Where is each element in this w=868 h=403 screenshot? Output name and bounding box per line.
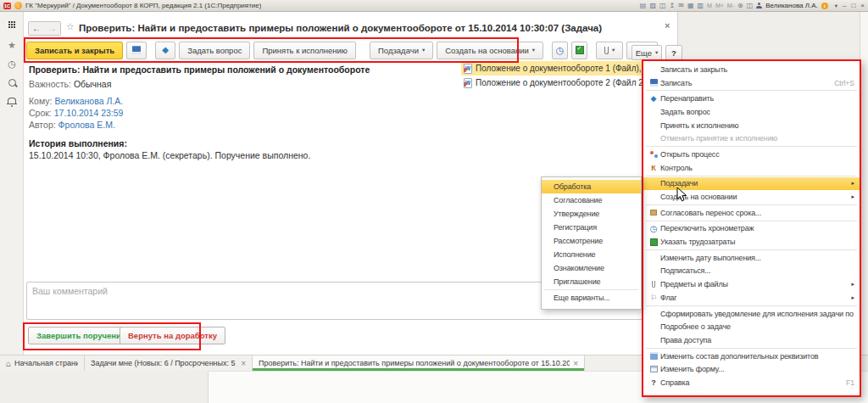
more-menu: Записать и закрытьЗаписатьCtrl+SПеренапр… <box>642 59 861 397</box>
attachments-dropdown[interactable]: ▾ <box>596 42 623 59</box>
menu-item[interactable]: Задать вопрос <box>643 105 860 119</box>
menu-item[interactable]: Регистрация <box>542 221 641 234</box>
menu-item[interactable]: Подзадачи▸ <box>643 177 860 191</box>
tab[interactable]: Задачи мне (Новых: 6 / Просроченных: 5 /… <box>85 355 253 371</box>
help-button[interactable]: ? <box>665 45 682 60</box>
menu-item[interactable]: Контроль <box>643 161 860 175</box>
menu-item[interactable]: Принять к исполнению <box>643 119 860 132</box>
zoom-normal-button[interactable]: M <box>707 3 712 8</box>
menu-item[interactable]: Обработка <box>542 180 641 193</box>
chronometry-button[interactable]: ◷ <box>552 42 568 59</box>
save-icon <box>132 46 141 54</box>
menu-item[interactable]: Права доступа <box>643 333 860 347</box>
print-icon[interactable]: ▨ <box>649 3 656 9</box>
submenu-arrow-icon: ▸ <box>851 193 854 200</box>
menu-item[interactable]: Изменить дату выполнения... <box>643 251 860 265</box>
menu-item-label: Перенаправить <box>660 94 854 103</box>
author-label: Автор: <box>29 120 56 130</box>
favorites-star-icon[interactable]: ★ <box>0 37 24 53</box>
menu-item[interactable]: Ознакомление <box>542 261 641 275</box>
due-link[interactable]: 17.10.2014 23:59 <box>54 108 124 118</box>
menu-item[interactable]: Изменить состав дополнительных реквизито… <box>643 350 860 363</box>
menu-item[interactable]: Записать и закрыть <box>643 63 860 76</box>
menu-item[interactable]: Согласование <box>542 193 641 207</box>
maximize-button[interactable]: □ <box>851 2 855 9</box>
forward-button[interactable]: → <box>44 21 61 36</box>
create-based-on-dropdown[interactable]: Создать на основании▾ <box>437 42 543 59</box>
search-glyph <box>8 79 16 87</box>
menu-item[interactable]: Сформировать уведомление для исполнения … <box>643 307 860 321</box>
subtasks-dropdown[interactable]: Подзадачи▾ <box>370 42 433 59</box>
magnifier-icon[interactable]: ⊕ <box>737 3 743 9</box>
favorite-star-icon[interactable]: ☆ <box>66 21 75 32</box>
return-for-rework-button[interactable]: Вернуть на доработку <box>120 327 225 344</box>
notifications-bell-icon[interactable] <box>0 93 24 109</box>
save-button[interactable] <box>126 42 147 59</box>
create-based-on-label: Создать на основании <box>445 46 529 55</box>
menu-grid-icon[interactable] <box>0 17 24 32</box>
tab-active[interactable]: Проверить: Найти и предоставить примеры … <box>253 355 585 371</box>
redirect-button[interactable]: ◆ <box>155 42 175 59</box>
menu-item[interactable]: Подписаться... <box>643 265 860 278</box>
print-preview-icon[interactable]: ◫ <box>659 3 666 9</box>
menu-item[interactable]: Переключить хронометраж <box>643 222 860 236</box>
menu-item[interactable]: Рассмотрение <box>542 234 641 248</box>
subtasks-submenu: ОбработкаСогласованиеУтверждениеРегистра… <box>541 176 642 310</box>
calculator-icon[interactable]: ▥ <box>697 3 704 9</box>
tab-label: Задачи мне (Новых: 6 / Просроченных: 5 /… <box>91 359 237 367</box>
close-button[interactable]: × <box>860 2 865 9</box>
search-icon[interactable] <box>0 75 24 90</box>
ask-question-button[interactable]: Задать вопрос <box>179 42 250 59</box>
word-file-icon <box>464 64 472 74</box>
menu-item[interactable]: Подробнее о задаче <box>643 320 860 333</box>
assignee-link[interactable]: Великанова Л.А. <box>54 96 123 106</box>
importance-label: Важность: <box>29 79 71 89</box>
save-and-close-button[interactable]: Записать и закрыть <box>26 42 123 59</box>
layout-icon[interactable]: ◫ <box>747 3 754 9</box>
menu-item-icon-empty <box>647 63 660 76</box>
menu-item[interactable]: Приглашение <box>542 275 641 288</box>
more-button[interactable]: Еще▾ <box>632 45 662 60</box>
menu-item[interactable]: Перенаправить <box>643 92 860 105</box>
calendar-icon[interactable]: ▦ <box>687 3 694 9</box>
menu-separator <box>646 249 857 250</box>
info-icon[interactable]: i <box>821 3 828 9</box>
menu-item[interactable]: Утверждение <box>542 207 641 221</box>
menu-item[interactable]: Исполнение <box>542 248 641 261</box>
accept-for-execution-button[interactable]: Принять к исполнению <box>253 42 356 59</box>
author-link[interactable]: Фролова Е.М. <box>58 120 115 130</box>
menu-item[interactable]: Открыть процесс <box>643 148 860 161</box>
redirect-icon <box>647 92 660 105</box>
menu-item[interactable]: Изменить форму... <box>643 362 860 376</box>
menu-item[interactable]: СправкаF1 <box>643 376 860 389</box>
export-icon[interactable]: ↥ <box>670 3 676 9</box>
complete-assignment-button[interactable]: Завершить поручение <box>28 327 134 344</box>
menu-item-label: Изменить форму... <box>660 365 854 373</box>
back-button[interactable]: ← <box>28 21 45 36</box>
current-user[interactable]: Великанова Л.А. <box>765 2 818 9</box>
history-icon[interactable]: ◷ <box>0 56 24 71</box>
history-entry: 15.10.2014 10:30, Фролова Е.М. (секретар… <box>29 150 453 160</box>
minimize-button[interactable]: – <box>843 2 846 9</box>
menu-separator <box>646 204 857 205</box>
menu-item[interactable]: Еще варианты... <box>542 291 641 305</box>
control-icon <box>647 161 660 175</box>
timesheet-button[interactable] <box>571 42 587 59</box>
menu-item[interactable]: ЗаписатьCtrl+S <box>643 76 860 90</box>
main-menu-icon[interactable]: ↓ <box>14 2 22 9</box>
zoom-in-button[interactable]: M+ <box>715 3 724 8</box>
tab-close-icon[interactable]: × <box>573 359 578 368</box>
window-close-icon[interactable]: × <box>665 20 670 31</box>
save-icon[interactable]: ▤ <box>640 3 647 9</box>
bell-glyph <box>8 98 16 104</box>
menu-item[interactable]: Предметы и файлы▸ <box>643 277 860 291</box>
menu-item[interactable]: Указать трудозатраты <box>643 235 860 249</box>
zoom-out-button[interactable]: M- <box>727 3 734 8</box>
menu-item[interactable]: Создать на основании▸ <box>643 190 860 204</box>
tab[interactable]: ⌂Начальная страница <box>0 355 85 371</box>
mail-icon[interactable]: ✉ <box>678 3 684 9</box>
dropdown-caret-icon: ▾ <box>532 47 535 53</box>
menu-item[interactable]: Согласовать перенос срока... <box>643 206 860 220</box>
menu-item[interactable]: Флаг▸ <box>643 291 860 305</box>
tab-close-icon[interactable]: × <box>241 359 246 368</box>
